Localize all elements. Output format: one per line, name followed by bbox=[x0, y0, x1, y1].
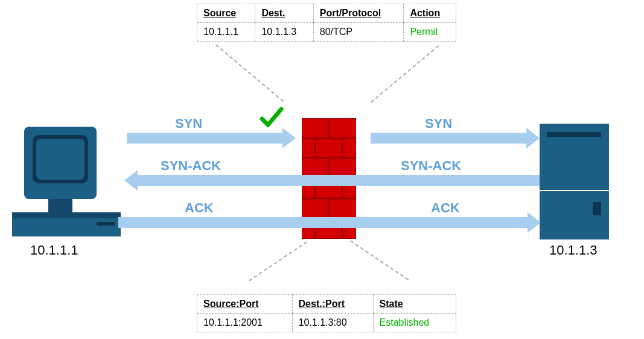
syn-left-arrow: SYN bbox=[127, 133, 284, 144]
syn-right-arrow: SYN bbox=[371, 133, 528, 144]
synack-right-label: SYN-ACK bbox=[401, 158, 461, 174]
acl-table: Source Dest. Port/Protocol Action 10.1.1… bbox=[197, 4, 456, 42]
state-h-dst: Dest.:Port bbox=[292, 295, 373, 314]
acl-h-dest: Dest. bbox=[255, 4, 313, 23]
ack-arrow: ACK bbox=[118, 217, 529, 228]
state-dst: 10.1.1.3:80 bbox=[292, 314, 373, 332]
client-ip-label: 10.1.1.1 bbox=[30, 242, 78, 258]
acl-dest: 10.1.1.3 bbox=[255, 23, 313, 42]
acl-h-action: Action bbox=[404, 4, 456, 23]
svg-rect-6 bbox=[36, 139, 84, 180]
state-src: 10.1.1.1:2001 bbox=[197, 314, 293, 332]
acl-action: Permit bbox=[404, 23, 456, 42]
client-computer-icon bbox=[12, 127, 121, 244]
syn-right-label: SYN bbox=[425, 116, 452, 131]
svg-rect-3 bbox=[48, 199, 72, 214]
syn-left-label: SYN bbox=[175, 116, 202, 131]
server-icon bbox=[540, 124, 609, 244]
acl-h-source: Source bbox=[197, 4, 255, 23]
connector-line bbox=[350, 240, 409, 280]
state-state: Established bbox=[373, 314, 456, 332]
ack-right-label: ACK bbox=[431, 200, 460, 216]
server-ip-label: 10.1.1.3 bbox=[549, 242, 598, 258]
acl-port: 80/TCP bbox=[313, 23, 404, 42]
state-table: Source:Port Dest.:Port State 10.1.1.1:20… bbox=[197, 294, 456, 332]
synack-left-label: SYN-ACK bbox=[161, 158, 221, 174]
connector-line bbox=[371, 45, 439, 103]
svg-rect-2 bbox=[97, 222, 115, 226]
svg-rect-9 bbox=[547, 132, 601, 137]
check-icon bbox=[260, 106, 284, 135]
ack-left-label: ACK bbox=[185, 200, 214, 216]
state-h-state: State bbox=[373, 295, 456, 314]
connector-line bbox=[215, 44, 284, 101]
state-h-src: Source:Port bbox=[197, 295, 293, 314]
acl-source: 10.1.1.1 bbox=[197, 23, 255, 42]
synack-left-arrow: SYN-ACK bbox=[136, 175, 293, 186]
svg-rect-10 bbox=[593, 202, 601, 215]
svg-rect-0 bbox=[12, 217, 121, 236]
connector-line bbox=[249, 241, 307, 282]
acl-h-port: Port/Protocol bbox=[313, 4, 404, 23]
